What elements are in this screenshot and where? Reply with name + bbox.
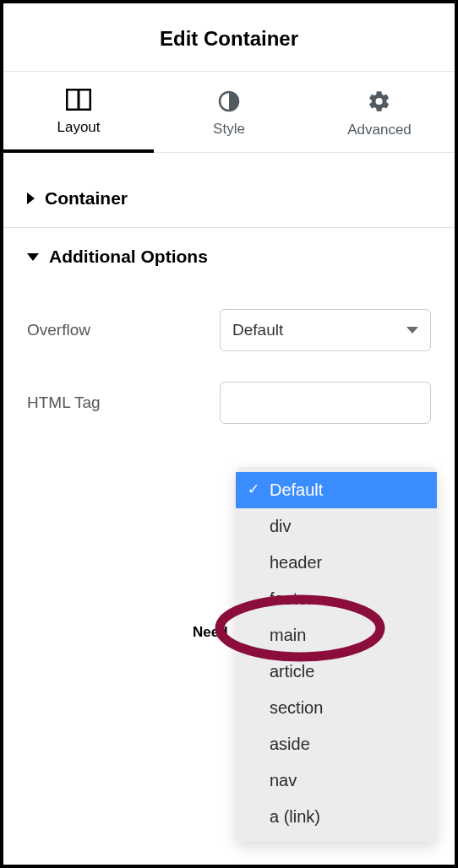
- dd-label: Default: [270, 480, 323, 500]
- overflow-row: Overflow Default: [27, 294, 431, 366]
- dd-label: aside: [270, 735, 310, 754]
- tab-style[interactable]: Style: [154, 72, 304, 152]
- dd-label: nav: [270, 771, 297, 790]
- contrast-icon: [218, 90, 240, 112]
- chevron-right-icon: [27, 193, 35, 204]
- dropdown-option-footer[interactable]: footer: [236, 581, 437, 617]
- panel-header: Edit Container: [3, 3, 455, 72]
- htmltag-dropdown: ✓ Default div header footer main article…: [236, 467, 437, 842]
- partial-need-text: Need: [193, 624, 228, 641]
- tab-layout[interactable]: Layout: [3, 72, 154, 153]
- section-additional-title: Additional Options: [49, 247, 208, 267]
- tab-layout-label: Layout: [57, 119, 100, 136]
- section-additional-header[interactable]: Additional Options: [3, 228, 455, 285]
- dropdown-option-article[interactable]: article: [236, 654, 437, 690]
- dd-label: section: [270, 698, 323, 718]
- htmltag-select[interactable]: [220, 382, 431, 424]
- section-container-header[interactable]: Container: [3, 170, 455, 228]
- dropdown-option-section[interactable]: section: [236, 690, 437, 726]
- overflow-select[interactable]: Default: [220, 309, 431, 351]
- dd-label: footer: [270, 589, 313, 609]
- overflow-value: Default: [232, 321, 283, 339]
- check-icon: ✓: [248, 480, 259, 498]
- section-container-title: Container: [45, 188, 128, 209]
- dropdown-option-header[interactable]: header: [236, 545, 437, 581]
- dropdown-option-nav[interactable]: nav: [236, 762, 437, 799]
- gear-icon: [368, 90, 391, 113]
- htmltag-label: HTML Tag: [27, 393, 101, 412]
- dropdown-option-default[interactable]: ✓ Default: [236, 472, 437, 508]
- htmltag-row: HTML Tag: [27, 366, 431, 439]
- layout-icon: [66, 89, 91, 111]
- tab-advanced-label: Advanced: [347, 122, 412, 138]
- panel-title: Edit Container: [3, 27, 455, 51]
- dd-label: a (link): [270, 807, 320, 827]
- dropdown-arrow-icon: [406, 327, 418, 334]
- dropdown-option-main[interactable]: main: [236, 617, 437, 654]
- tab-advanced[interactable]: Advanced: [304, 72, 455, 152]
- dd-label: article: [270, 662, 314, 681]
- tabs: Layout Style Advanced: [3, 72, 455, 153]
- dropdown-option-div[interactable]: div: [236, 508, 437, 545]
- dd-label: main: [270, 626, 306, 645]
- chevron-down-icon: [27, 253, 39, 261]
- dropdown-option-a-link[interactable]: a (link): [236, 799, 437, 835]
- dd-label: div: [270, 517, 292, 536]
- dropdown-option-aside[interactable]: aside: [236, 726, 437, 762]
- overflow-label: Overflow: [27, 321, 90, 339]
- additional-options-body: Overflow Default HTML Tag: [3, 285, 455, 439]
- tab-style-label: Style: [213, 121, 245, 138]
- dd-label: header: [270, 553, 322, 572]
